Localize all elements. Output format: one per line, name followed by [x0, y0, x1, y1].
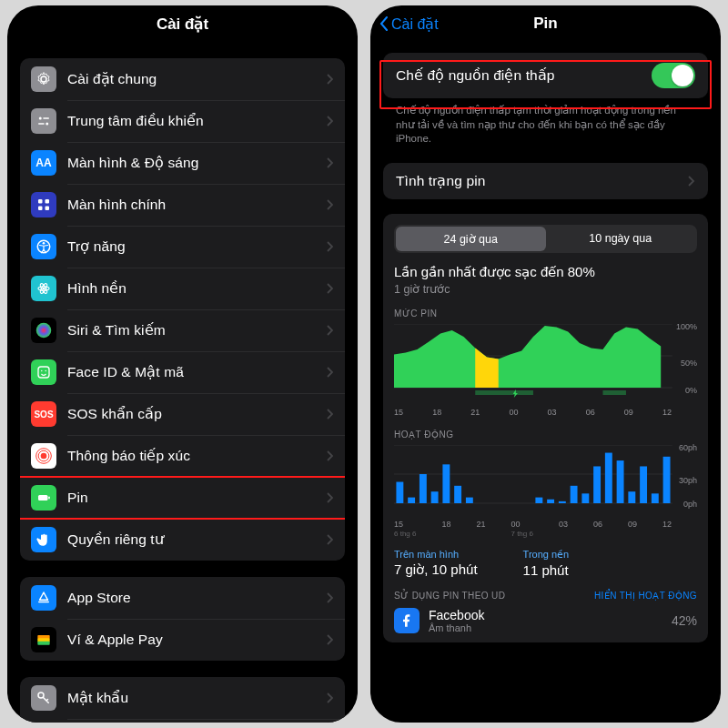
- low-power-row[interactable]: Chế độ nguồn điện thấp: [383, 53, 708, 98]
- face-icon: [31, 359, 56, 385]
- gear-icon: [31, 66, 56, 92]
- svg-rect-15: [38, 367, 49, 378]
- usage-panel: 24 giờ qua 10 ngày qua Lần gần nhất được…: [383, 214, 708, 642]
- svg-rect-3: [38, 123, 45, 125]
- svg-rect-38: [408, 497, 415, 502]
- low-power-toggle[interactable]: [652, 63, 695, 88]
- chevron-right-icon: [327, 492, 334, 503]
- settings-row-grid[interactable]: Màn hình chính: [20, 184, 345, 226]
- chevron-right-icon: [327, 157, 334, 168]
- settings-row-mail[interactable]: Mail: [20, 719, 345, 723]
- settings-row-flower[interactable]: Hình nền: [20, 268, 345, 309]
- svg-rect-1: [43, 117, 49, 119]
- navbar: Cài đặt Pin: [370, 5, 721, 42]
- last-charge-ago: 1 giờ trước: [394, 282, 697, 296]
- settings-row-label: Trợ năng: [67, 238, 316, 255]
- flower-icon: [31, 276, 56, 301]
- settings-row-wallet[interactable]: Ví & Apple Pay: [20, 619, 345, 661]
- settings-row-label: App Store: [67, 590, 316, 606]
- app-name: Facebook: [429, 608, 484, 622]
- show-activity-link[interactable]: HIỂN THỊ HOẠT ĐỘNG: [594, 591, 697, 601]
- background-value: 11 phút: [523, 562, 570, 578]
- settings-row-siri[interactable]: Siri & Tìm kiếm: [20, 309, 345, 351]
- hand-icon: [31, 527, 56, 552]
- svg-rect-47: [571, 485, 578, 502]
- svg-point-2: [46, 123, 48, 126]
- seg-10d[interactable]: 10 ngày qua: [546, 227, 696, 251]
- settings-row-gear[interactable]: Cài đặt chung: [20, 58, 345, 100]
- svg-rect-33: [602, 390, 625, 395]
- settings-row-access[interactable]: Trợ năng: [20, 226, 345, 268]
- page-title: Cài đặt: [157, 15, 208, 34]
- app-pct: 42%: [672, 613, 697, 628]
- svg-rect-5: [46, 199, 50, 204]
- exposure-icon: [31, 443, 56, 469]
- usage-summary: Trên màn hình 7 giờ, 10 phút Trong nền 1…: [394, 549, 697, 578]
- activity-title: HOẠT ĐỘNG: [394, 430, 697, 440]
- settings-row-battery[interactable]: Pin: [20, 477, 345, 519]
- battery-health-label: Tình trạng pin: [396, 173, 677, 189]
- low-power-label: Chế độ nguồn điện thấp: [396, 67, 641, 84]
- chevron-right-icon: [327, 367, 334, 378]
- battery-icon: [31, 485, 56, 511]
- svg-rect-50: [605, 452, 612, 502]
- svg-rect-43: [466, 497, 473, 502]
- svg-rect-42: [454, 485, 461, 502]
- seg-24h[interactable]: 24 giờ qua: [396, 227, 546, 251]
- settings-row-hand[interactable]: Quyền riêng tư: [20, 519, 345, 561]
- back-label: Cài đặt: [391, 15, 439, 33]
- chevron-right-icon: [327, 450, 334, 461]
- battery-level-chart: 100% 50% 0%: [394, 324, 697, 408]
- AA-icon: AA: [31, 150, 56, 176]
- wallet-icon: [31, 627, 56, 652]
- background-header: Trong nền: [523, 549, 570, 561]
- app-row-facebook[interactable]: Facebook Âm thanh 42%: [394, 608, 697, 633]
- on-screen-header: Trên màn hình: [394, 549, 478, 560]
- settings-row-label: Thông báo tiếp xúc: [67, 448, 316, 464]
- settings-row-label: Trung tâm điều khiển: [67, 113, 316, 129]
- time-segmented-control[interactable]: 24 giờ qua 10 ngày qua: [394, 225, 697, 253]
- svg-rect-26: [37, 642, 49, 645]
- chevron-left-icon: [379, 16, 389, 31]
- chevron-right-icon: [327, 634, 334, 645]
- svg-point-18: [41, 453, 47, 460]
- svg-rect-4: [38, 199, 43, 204]
- battery-health-row[interactable]: Tình trạng pin: [383, 163, 708, 199]
- svg-rect-44: [535, 497, 542, 502]
- settings-row-appstore[interactable]: App Store: [20, 577, 345, 619]
- battery-health-group: Tình trạng pin: [383, 163, 708, 199]
- settings-row-label: Màn hình chính: [67, 197, 316, 213]
- activity-chart: 60ph 30ph 0ph: [394, 445, 697, 520]
- control-icon: [31, 108, 56, 134]
- settings-row-label: Quyền riêng tư: [67, 531, 316, 548]
- svg-rect-6: [38, 207, 43, 211]
- svg-rect-32: [475, 390, 533, 395]
- svg-point-9: [43, 242, 46, 245]
- settings-row-label: Mật khẩu: [67, 690, 316, 706]
- settings-group: Cài đặt chungTrung tâm điều khiểnAAMàn h…: [20, 58, 345, 561]
- settings-row-key[interactable]: Mật khẩu: [20, 677, 345, 719]
- svg-rect-21: [38, 495, 48, 500]
- settings-group: App StoreVí & Apple Pay: [20, 577, 345, 661]
- settings-row-sos[interactable]: SOSSOS khẩn cấp: [20, 393, 345, 435]
- sos-icon: SOS: [31, 401, 56, 427]
- page-title: Pin: [533, 15, 557, 33]
- svg-rect-37: [396, 481, 403, 502]
- svg-rect-46: [559, 500, 566, 502]
- chevron-right-icon: [327, 116, 334, 126]
- settings-row-label: Siri & Tìm kiếm: [67, 322, 316, 339]
- on-screen-value: 7 giờ, 10 phút: [394, 561, 478, 578]
- settings-row-label: Màn hình & Độ sáng: [67, 155, 316, 171]
- svg-rect-7: [46, 207, 50, 211]
- settings-row-AA[interactable]: AAMàn hình & Độ sáng: [20, 142, 345, 184]
- settings-row-face[interactable]: Face ID & Mật mã: [20, 351, 345, 393]
- back-button[interactable]: Cài đặt: [379, 15, 439, 33]
- level-title: MỨC PIN: [394, 308, 697, 318]
- svg-rect-41: [442, 464, 450, 503]
- chevron-right-icon: [327, 693, 334, 703]
- settings-row-exposure[interactable]: Thông báo tiếp xúc: [20, 435, 345, 477]
- settings-row-control[interactable]: Trung tâm điều khiển: [20, 100, 345, 142]
- level-ticks: 1518210003060912: [394, 408, 697, 417]
- svg-rect-45: [547, 499, 554, 502]
- battery-screen: Cài đặt Pin Chế độ nguồn điện thấp Chế đ…: [370, 5, 721, 723]
